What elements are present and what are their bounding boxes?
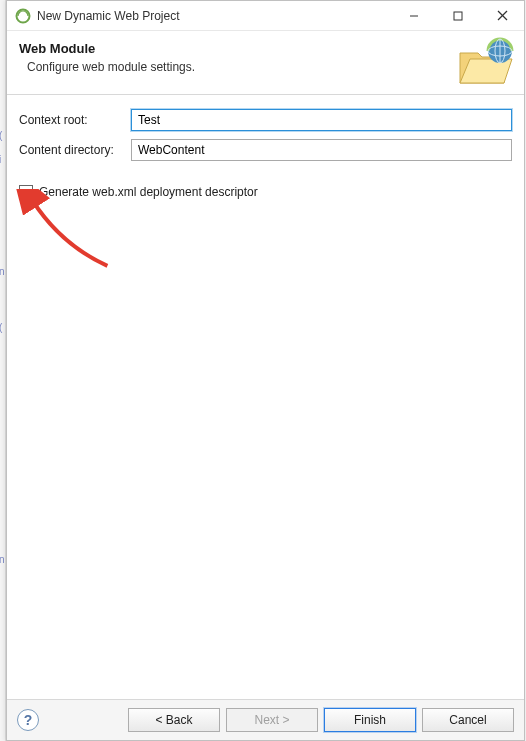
page-subtitle: Configure web module settings. xyxy=(19,60,512,74)
wizard-content: Context root: Content directory: Generat… xyxy=(7,95,524,699)
maximize-button[interactable] xyxy=(436,1,480,30)
content-directory-input[interactable] xyxy=(131,139,512,161)
svg-line-4 xyxy=(498,11,507,20)
finish-button[interactable]: Finish xyxy=(324,708,416,732)
annotation-arrow-icon xyxy=(9,189,129,269)
content-directory-row: Content directory: xyxy=(19,139,512,161)
context-root-row: Context root: xyxy=(19,109,512,131)
window-title: New Dynamic Web Project xyxy=(37,9,392,23)
help-icon[interactable]: ? xyxy=(17,709,39,731)
context-root-input[interactable] xyxy=(131,109,512,131)
generate-webxml-row[interactable]: Generate web.xml deployment descriptor xyxy=(19,185,512,199)
wizard-header: Web Module Configure web module settings… xyxy=(7,31,524,95)
wizard-footer: ? < Back Next > Finish Cancel xyxy=(7,699,524,740)
next-button: Next > xyxy=(226,708,318,732)
svg-rect-2 xyxy=(454,12,462,20)
eclipse-wizard-icon xyxy=(15,8,31,24)
context-root-label: Context root: xyxy=(19,113,131,127)
cancel-button[interactable]: Cancel xyxy=(422,708,514,732)
content-directory-label: Content directory: xyxy=(19,143,131,157)
generate-webxml-label: Generate web.xml deployment descriptor xyxy=(39,185,258,199)
window-controls xyxy=(392,1,524,30)
web-module-icon xyxy=(456,37,514,87)
generate-webxml-checkbox[interactable] xyxy=(19,185,33,199)
svg-line-3 xyxy=(498,11,507,20)
minimize-button[interactable] xyxy=(392,1,436,30)
back-button[interactable]: < Back xyxy=(128,708,220,732)
titlebar: New Dynamic Web Project xyxy=(7,1,524,31)
close-button[interactable] xyxy=(480,1,524,30)
dialog-window: New Dynamic Web Project Web Module Confi… xyxy=(6,0,525,741)
page-title: Web Module xyxy=(19,41,512,56)
